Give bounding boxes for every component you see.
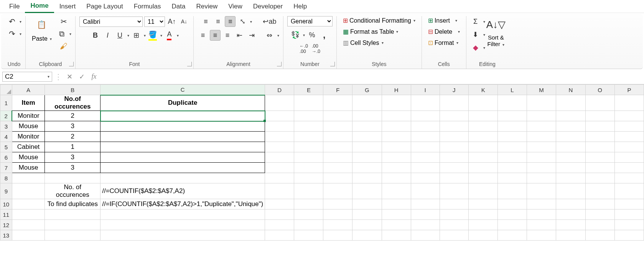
cell-O5[interactable] [585, 142, 614, 152]
cell-C1[interactable]: Duplicate [100, 95, 265, 111]
cell-A5[interactable]: Cabinet [12, 142, 45, 152]
cell-I11[interactable] [411, 210, 440, 220]
cell-B7[interactable]: 3 [45, 163, 100, 173]
cell-F2[interactable] [323, 111, 352, 121]
cell-F10[interactable] [323, 199, 352, 210]
insert-function-button[interactable]: fx [89, 72, 99, 82]
cell-E6[interactable] [294, 152, 323, 163]
cell-N13[interactable] [556, 230, 585, 241]
cell-F6[interactable] [323, 152, 352, 163]
cell-P10[interactable] [614, 199, 644, 210]
cell-G2[interactable] [352, 111, 382, 121]
cell-A8[interactable] [12, 173, 45, 183]
cell-D2[interactable] [265, 111, 294, 121]
chevron-down-icon[interactable]: ▾ [160, 33, 162, 38]
cell-P13[interactable] [614, 230, 644, 241]
cell-I12[interactable] [411, 220, 440, 230]
cell-H2[interactable] [382, 111, 411, 121]
cell-A11[interactable] [12, 210, 45, 220]
cell-I9[interactable] [411, 183, 440, 199]
cell-J9[interactable] [440, 183, 469, 199]
cell-N4[interactable] [556, 132, 585, 142]
cell-O13[interactable] [585, 230, 614, 241]
chevron-down-icon[interactable]: ▾ [483, 33, 485, 37]
cell-M3[interactable] [527, 121, 556, 132]
chevron-down-icon[interactable]: ▾ [20, 32, 21, 36]
number-format-select[interactable]: General [287, 16, 333, 26]
cell-F7[interactable] [323, 163, 352, 173]
cell-K6[interactable] [469, 152, 498, 163]
cell-K8[interactable] [469, 173, 498, 183]
cell-D8[interactable] [265, 173, 294, 183]
decrease-font-button[interactable]: A↓ [179, 16, 189, 27]
cell-O11[interactable] [585, 210, 614, 220]
cell-M9[interactable] [527, 183, 556, 199]
row-header-4[interactable]: 4 [0, 132, 12, 142]
cell-P12[interactable] [614, 220, 644, 230]
cell-D11[interactable] [265, 210, 294, 220]
chevron-down-icon[interactable]: ▾ [20, 20, 21, 24]
cell-B9[interactable]: No. of occurences [45, 183, 100, 199]
cell-C8[interactable] [100, 173, 265, 183]
font-size-select[interactable]: 11 [144, 16, 165, 27]
cell-A12[interactable] [12, 220, 45, 230]
cell-L1[interactable] [498, 95, 527, 111]
cell-A10[interactable] [12, 199, 45, 210]
cell-G7[interactable] [352, 163, 382, 173]
cell-C5[interactable] [100, 142, 265, 152]
cell-L13[interactable] [498, 230, 527, 241]
cell-F1[interactable] [323, 95, 352, 111]
row-header-7[interactable]: 7 [0, 163, 12, 173]
cell-I6[interactable] [411, 152, 440, 163]
decrease-decimal-button[interactable]: .00→.0 [311, 43, 321, 54]
cell-H13[interactable] [382, 230, 411, 241]
insert-cells-button[interactable]: ⊞ Insert ▾ [426, 16, 460, 25]
cell-G5[interactable] [352, 142, 382, 152]
chevron-down-icon[interactable]: ▾ [483, 20, 485, 24]
underline-button[interactable]: U [114, 30, 125, 41]
cell-F4[interactable] [323, 132, 352, 142]
cell-D12[interactable] [265, 220, 294, 230]
cell-J1[interactable] [440, 95, 469, 111]
cell-L3[interactable] [498, 121, 527, 132]
accounting-format-button[interactable]: 💱 [290, 30, 301, 40]
cell-K9[interactable] [469, 183, 498, 199]
menu-formulas[interactable]: Formulas [128, 0, 166, 13]
cell-M6[interactable] [527, 152, 556, 163]
cell-J12[interactable] [440, 220, 469, 230]
cell-E8[interactable] [294, 173, 323, 183]
cell-D1[interactable] [265, 95, 294, 111]
cell-N6[interactable] [556, 152, 585, 163]
cell-K7[interactable] [469, 163, 498, 173]
cell-A4[interactable]: Monitor [12, 132, 45, 142]
format-cells-button[interactable]: ⊡ Format ▾ [426, 38, 461, 47]
cell-M12[interactable] [527, 220, 556, 230]
copy-button[interactable]: ⧉ [56, 28, 67, 39]
cell-G8[interactable] [352, 173, 382, 183]
bold-button[interactable]: B [90, 30, 100, 41]
cell-A6[interactable]: Mouse [12, 152, 45, 163]
cell-I7[interactable] [411, 163, 440, 173]
row-header-11[interactable]: 11 [0, 210, 12, 220]
row-header-2[interactable]: 2 [0, 111, 12, 121]
cell-C10[interactable]: //=IF(COUNTIF($A$2:$A$7,A2)>1,"Duplicate… [100, 199, 265, 210]
cell-H11[interactable] [382, 210, 411, 220]
cell-L8[interactable] [498, 173, 527, 183]
borders-button[interactable]: ⊞ [131, 30, 142, 41]
wrap-text-button[interactable]: ↩ab [263, 16, 276, 27]
cell-D9[interactable] [265, 183, 294, 199]
cell-B5[interactable]: 1 [45, 142, 100, 152]
cell-B10[interactable]: To find duplicates [45, 199, 100, 210]
align-left-button[interactable]: ≡ [198, 30, 208, 41]
cell-N3[interactable] [556, 121, 585, 132]
cell-C3[interactable] [100, 121, 265, 132]
cell-P8[interactable] [614, 173, 644, 183]
col-header-D[interactable]: D [265, 85, 294, 95]
cell-D13[interactable] [265, 230, 294, 241]
cell-G3[interactable] [352, 121, 382, 132]
cell-N9[interactable] [556, 183, 585, 199]
row-header-1[interactable]: 1 [0, 95, 12, 111]
cell-P7[interactable] [614, 163, 644, 173]
row-header-3[interactable]: 3 [0, 121, 12, 132]
cell-F5[interactable] [323, 142, 352, 152]
